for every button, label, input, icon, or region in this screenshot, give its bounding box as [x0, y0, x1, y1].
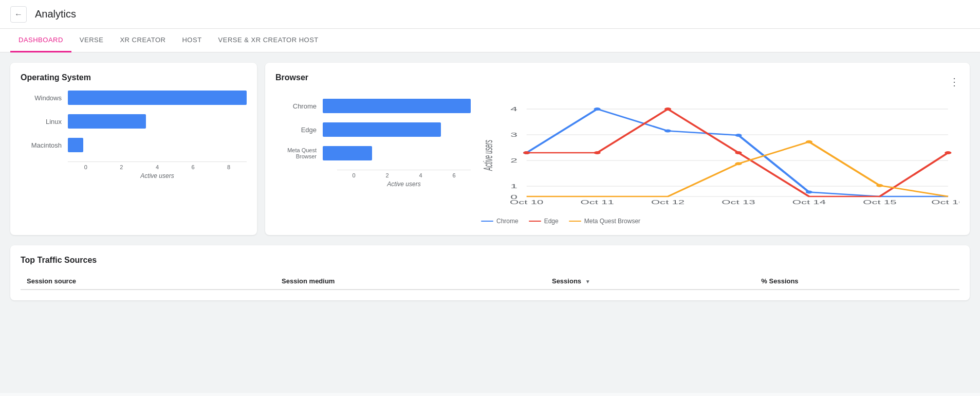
col-pct-sessions: % Sessions [755, 273, 959, 290]
svg-text:Oct 12: Oct 12 [651, 200, 685, 206]
col-session-source: Session source [21, 273, 275, 290]
legend-chrome-label: Chrome [496, 218, 519, 225]
back-icon: ← [14, 10, 23, 19]
tab-xr-creator[interactable]: XR CREATOR [112, 29, 174, 52]
os-bar-chart: Windows Linux Macintosh [21, 91, 247, 161]
os-chart-title: Operating System [21, 73, 247, 82]
os-x-axis: 0 2 4 6 8 [68, 161, 247, 170]
os-x-label-2: 2 [104, 164, 140, 170]
os-bar-windows: Windows [21, 91, 247, 105]
legend-meta-line [569, 221, 581, 222]
legend-meta-label: Meta Quest Browser [584, 218, 640, 225]
traffic-sources-card: Top Traffic Sources Session source Sessi… [10, 245, 970, 300]
os-bar-container-windows [68, 91, 247, 105]
browser-bar-fill-meta [323, 146, 372, 160]
browser-bar-container-meta [323, 146, 471, 160]
svg-point-27 [945, 151, 951, 154]
traffic-table: Session source Session medium Sessions ▼… [21, 273, 959, 290]
svg-text:Oct 14: Oct 14 [792, 200, 826, 206]
header: ← Analytics [0, 0, 980, 29]
svg-point-26 [735, 151, 742, 154]
svg-point-28 [735, 162, 742, 165]
svg-text:Oct 16: Oct 16 [931, 200, 959, 206]
os-label-macintosh: Macintosh [21, 141, 62, 149]
page-title: Analytics [35, 8, 76, 20]
os-label-linux: Linux [21, 118, 62, 125]
line-chart-legend: Chrome Edge Meta Quest Browser [481, 218, 959, 225]
os-x-label-8: 8 [211, 164, 247, 170]
browser-label-edge: Edge [275, 126, 317, 134]
os-bar-fill-windows [68, 91, 247, 105]
traffic-table-header-row: Session source Session medium Sessions ▼… [21, 273, 959, 290]
os-label-windows: Windows [21, 94, 62, 102]
browser-inner: Chrome Edge Meta Quest Bro [275, 99, 959, 225]
os-bar-fill-linux [68, 114, 146, 129]
traffic-title: Top Traffic Sources [21, 256, 959, 265]
tab-dashboard[interactable]: DASHBOARD [10, 29, 71, 52]
svg-text:1: 1 [510, 183, 517, 189]
legend-edge-label: Edge [544, 218, 559, 225]
tab-verse-xr-creator-host[interactable]: VERSE & XR CREATOR HOST [210, 29, 327, 52]
browser-line-section: 4 3 2 1 0 Oct 10 Oct 11 Oct 12 Oct 13 [471, 99, 959, 225]
browser-bar-fill-edge [323, 122, 441, 137]
svg-point-22 [806, 191, 812, 194]
svg-point-30 [876, 184, 883, 187]
svg-point-19 [594, 107, 600, 111]
browser-bar-chrome: Chrome [275, 99, 471, 113]
browser-card-header: Browser ⋮ [275, 73, 959, 91]
charts-row: Operating System Windows Linux Macintosh [10, 63, 970, 235]
svg-point-21 [735, 134, 742, 137]
os-bar-container-macintosh [68, 138, 247, 152]
svg-point-20 [664, 130, 671, 133]
sort-icon: ▼ [585, 279, 590, 284]
browser-bar-container-edge [323, 122, 471, 137]
browser-x-axis-title: Active users [337, 181, 471, 188]
os-x-axis-title: Active users [68, 172, 247, 179]
col-sessions[interactable]: Sessions ▼ [546, 273, 755, 290]
os-x-label-0: 0 [68, 164, 104, 170]
browser-label-meta: Meta Quest Browser [275, 147, 317, 159]
line-chart-svg: 4 3 2 1 0 Oct 10 Oct 11 Oct 12 Oct 13 [481, 99, 959, 212]
browser-x-label-2: 2 [371, 172, 404, 178]
browser-x-label-6: 6 [437, 172, 471, 178]
os-bar-macintosh: Macintosh [21, 138, 247, 152]
svg-point-29 [806, 140, 812, 143]
browser-bar-meta: Meta Quest Browser [275, 146, 471, 160]
browser-x-axis: 0 2 4 6 [337, 170, 471, 178]
os-x-label-6: 6 [175, 164, 211, 170]
more-options-icon[interactable]: ⋮ [949, 77, 959, 87]
os-x-label-4: 4 [139, 164, 175, 170]
browser-bar-container-chrome [323, 99, 471, 113]
svg-text:Oct 13: Oct 13 [722, 200, 755, 206]
svg-point-25 [664, 107, 671, 111]
back-button[interactable]: ← [10, 6, 27, 23]
col-session-medium: Session medium [275, 273, 546, 290]
svg-text:Active users: Active users [481, 140, 495, 171]
svg-text:Oct 11: Oct 11 [580, 200, 614, 206]
browser-label-chrome: Chrome [275, 102, 317, 110]
main-content: Operating System Windows Linux Macintosh [0, 52, 980, 393]
browser-chart-card: Browser ⋮ Chrome Edge [265, 63, 970, 235]
svg-text:4: 4 [510, 106, 517, 112]
svg-point-23 [523, 151, 530, 154]
svg-text:2: 2 [510, 157, 517, 164]
svg-point-24 [594, 151, 600, 154]
os-bar-fill-macintosh [68, 138, 83, 152]
svg-text:Oct 10: Oct 10 [510, 200, 543, 206]
nav-tabs: DASHBOARD VERSE XR CREATOR HOST VERSE & … [0, 29, 980, 52]
legend-edge: Edge [529, 218, 559, 225]
tab-verse[interactable]: VERSE [71, 29, 112, 52]
svg-text:Oct 15: Oct 15 [863, 200, 896, 206]
legend-meta: Meta Quest Browser [569, 218, 640, 225]
svg-text:3: 3 [510, 132, 517, 138]
browser-bar-chart: Chrome Edge Meta Quest Bro [275, 99, 471, 170]
browser-x-label-4: 4 [404, 172, 437, 178]
browser-bar-fill-chrome [323, 99, 471, 113]
tab-host[interactable]: HOST [174, 29, 210, 52]
browser-bar-section: Chrome Edge Meta Quest Bro [275, 99, 471, 225]
browser-chart-title: Browser [275, 73, 308, 82]
legend-edge-line [529, 221, 541, 222]
os-chart-card: Operating System Windows Linux Macintosh [10, 63, 257, 235]
legend-chrome-line [481, 221, 493, 222]
legend-chrome: Chrome [481, 218, 519, 225]
